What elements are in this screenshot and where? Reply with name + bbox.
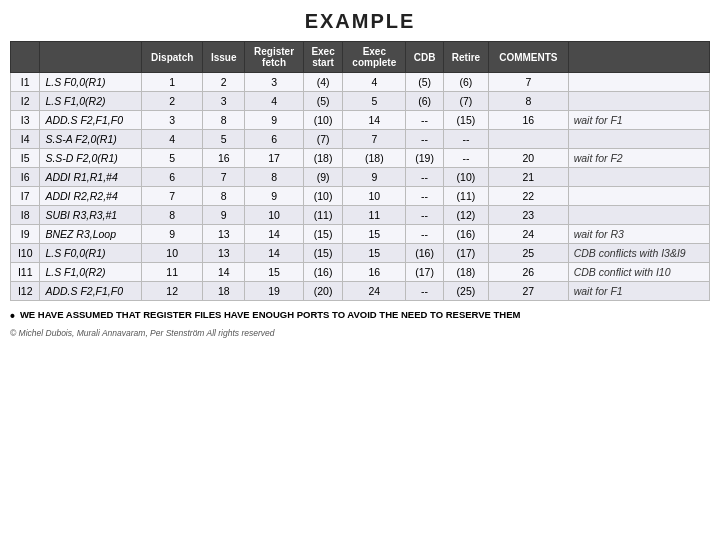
- table-row: I12ADD.S F2,F1,F0121819(20)24--(25)27wai…: [11, 282, 710, 301]
- pipeline-table: Dispatch Issue Registerfetch Execstart E…: [10, 41, 710, 301]
- col-header-cache: CDB: [406, 42, 444, 73]
- col-header-reg-fetch: Registerfetch: [245, 42, 304, 73]
- table-row: I4S.S-A F2,0(R1)456(7)7----: [11, 130, 710, 149]
- copyright-text: © Michel Dubois, Murali Annavaram, Per S…: [10, 328, 710, 338]
- col-header-retire: COMMENTS: [489, 42, 569, 73]
- col-header-id: [11, 42, 40, 73]
- table-row: I8SUBI R3,R3,#18910(11)11--(12)23: [11, 206, 710, 225]
- col-header-exec-start: Execstart: [303, 42, 342, 73]
- col-header-issue: Issue: [203, 42, 245, 73]
- col-header-cdb: Retire: [443, 42, 488, 73]
- table-row: I11L.S F1,0(R2)111415(16)16(17)(18)26CDB…: [11, 263, 710, 282]
- table-row: I7ADDI R2,R2,#4789(10)10--(11)22: [11, 187, 710, 206]
- table-row: I2L.S F1,0(R2)234(5)5(6)(7)8: [11, 92, 710, 111]
- table-row: I1L.S F0,0(R1)123(4)4(5)(6)7: [11, 73, 710, 92]
- footer-text: WE HAVE ASSUMED THAT REGISTER FILES HAVE…: [20, 309, 521, 323]
- table-row: I6ADDI R1,R1,#4678(9)9--(10)21: [11, 168, 710, 187]
- table-row: I5S.S-D F2,0(R1)51617(18)(18)(19)--20wai…: [11, 149, 710, 168]
- col-header-exec-complete: Execcomplete: [343, 42, 406, 73]
- col-header-comments: [568, 42, 709, 73]
- col-header-inst: [40, 42, 142, 73]
- footer-note: • WE HAVE ASSUMED THAT REGISTER FILES HA…: [10, 309, 710, 323]
- bullet: •: [10, 309, 15, 323]
- table-row: I10L.S F0,0(R1)101314(15)15(16)(17)25CDB…: [11, 244, 710, 263]
- col-header-dispatch: Dispatch: [142, 42, 203, 73]
- table-row: I3ADD.S F2,F1,F0389(10)14--(15)16wait fo…: [11, 111, 710, 130]
- table-row: I9BNEZ R3,Loop91314(15)15--(16)24wait fo…: [11, 225, 710, 244]
- page-title: EXAMPLE: [10, 10, 710, 33]
